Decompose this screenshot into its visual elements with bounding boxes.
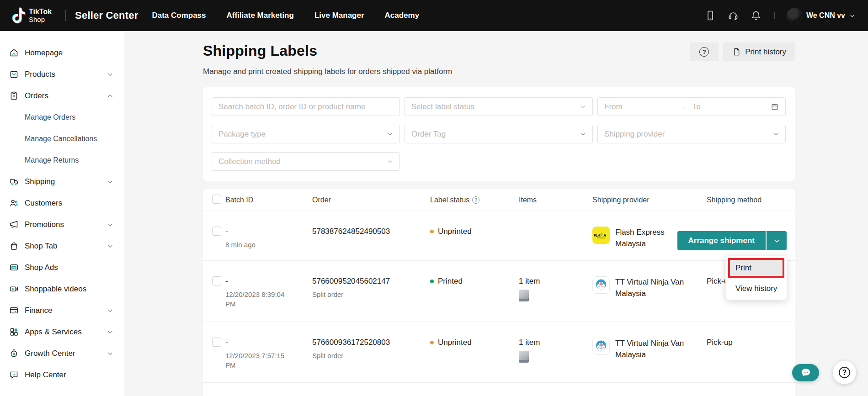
shipping-provider-select[interactable]: Shipping provider [597, 125, 786, 143]
label-status-select[interactable]: Select label status [405, 97, 593, 116]
sidebar-item-manage-cancellations[interactable]: Manage Cancellations [0, 128, 124, 149]
calendar-icon [771, 103, 779, 111]
batch-time: 12/20/2023 8:39:04 PM [225, 290, 289, 309]
chevron-down-icon [773, 238, 780, 244]
order-id: 576600952045602147 [312, 276, 430, 286]
row-checkbox[interactable] [212, 227, 221, 236]
orders-icon [9, 91, 19, 100]
question-circle-icon: ? [839, 367, 850, 378]
topbar: TikTok Shop Seller Center Data Compass A… [0, 0, 868, 31]
svg-text:H: H [603, 233, 606, 238]
chevron-down-icon [107, 71, 113, 78]
chevron-down-icon [107, 350, 113, 357]
page-title: Shipping Labels [203, 42, 317, 59]
arrange-shipment-caret-button[interactable] [766, 231, 787, 250]
header-batch-id: Batch ID [225, 196, 312, 204]
select-all-checkbox[interactable] [212, 195, 221, 204]
promotions-icon [9, 220, 19, 229]
ninja-van-logo [592, 276, 610, 294]
sidebar-item-shop-ads[interactable]: AD Shop Ads [0, 257, 124, 278]
products-icon [9, 69, 19, 79]
shoppable-videos-icon [9, 284, 19, 294]
sidebar-item-manage-orders[interactable]: Manage Orders [0, 106, 124, 128]
status-dot [430, 341, 434, 344]
svg-text:?: ? [13, 373, 15, 377]
topbar-nav: Data Compass Affiliate Marketing Live Ma… [152, 11, 419, 20]
chevron-down-icon [580, 131, 586, 137]
bell-icon[interactable] [751, 10, 761, 21]
status-text: Unprinted [438, 227, 472, 236]
sidebar-label: Finance [25, 306, 52, 315]
finance-icon [9, 306, 19, 315]
status-dot [430, 230, 434, 233]
sidebar-item-promotions[interactable]: Promotions [0, 214, 124, 235]
sidebar-item-shipping[interactable]: Shipping [0, 171, 124, 192]
print-history-button[interactable]: Print history [723, 42, 795, 61]
sidebar-item-shoppable-videos[interactable]: Shoppable videos [0, 278, 124, 300]
table-row: - 12/20/2023 7:57:15 PM 5766009361725208… [203, 322, 795, 383]
shipping-provider: TT Virtual Ninja Van Malaysia [592, 276, 707, 299]
main-content: Shipping Labels ? Print history Manage a… [124, 31, 868, 396]
search-input[interactable] [218, 102, 393, 111]
label-status-help-icon[interactable]: ? [472, 196, 479, 204]
tiktok-shop-logo[interactable]: TikTok Shop [11, 7, 52, 24]
sidebar-label: Apps & Services [25, 327, 82, 337]
date-range-picker[interactable]: From - To [597, 97, 786, 116]
help-center-icon: ? [9, 370, 19, 380]
sidebar-item-orders[interactable]: Orders [0, 85, 124, 106]
header-label-status: Label status [430, 196, 469, 204]
sidebar-item-shop-tab[interactable]: Shop Tab [0, 235, 124, 257]
arrange-shipment-button[interactable]: Arrange shipment [677, 231, 766, 250]
page-help-button[interactable]: ? [690, 42, 719, 61]
sidebar-item-homepage[interactable]: Homepage [0, 42, 124, 63]
flash-express-logo: FLA H [592, 227, 610, 244]
sidebar-item-apps-services[interactable]: Apps & Services [0, 321, 124, 343]
topbar-right: We CNN vv [705, 8, 855, 23]
header-shipping-provider: Shipping provider [592, 196, 707, 204]
batch-id: - [225, 227, 312, 236]
nav-affiliate-marketing[interactable]: Affiliate Marketing [227, 11, 294, 20]
order-tag-select[interactable]: Order Tag [405, 125, 593, 143]
shipping-provider: TT Virtual Ninja Van Malaysia [592, 338, 707, 360]
batch-time: 12/20/2023 7:57:15 PM [225, 351, 289, 370]
headset-icon[interactable] [728, 10, 739, 21]
chevron-down-icon [849, 13, 855, 19]
menu-item-view-history[interactable]: View history [726, 282, 787, 296]
nav-academy[interactable]: Academy [385, 11, 420, 20]
chevron-down-icon [107, 329, 113, 335]
print-history-label: Print history [745, 48, 786, 57]
shipping-method: Pick-up [707, 338, 795, 347]
package-type-select[interactable]: Package type [212, 125, 400, 143]
row-checkbox[interactable] [212, 338, 221, 347]
menu-item-print[interactable]: Print [730, 260, 783, 276]
customers-icon [9, 198, 19, 208]
chevron-down-icon [107, 243, 113, 249]
status-text: Unprinted [438, 338, 472, 347]
mobile-icon[interactable] [705, 10, 716, 21]
sidebar-item-help-center[interactable]: ? Help Center [0, 364, 124, 385]
growth-center-icon [9, 348, 19, 358]
collection-method-select[interactable]: Collection method [212, 152, 400, 171]
chevron-down-icon [773, 131, 779, 137]
chevron-down-icon [107, 307, 113, 314]
shop-tab-icon [9, 241, 19, 251]
sidebar-item-growth-center[interactable]: Growth Center [0, 343, 124, 364]
account-divider [774, 12, 775, 19]
row-checkbox[interactable] [212, 276, 221, 285]
sidebar-label: Customers [25, 199, 62, 208]
sidebar-item-customers[interactable]: Customers [0, 192, 124, 214]
help-floating-button[interactable]: ? [833, 361, 856, 384]
sidebar-item-products[interactable]: Products [0, 63, 124, 85]
account-menu[interactable]: We CNN vv [787, 8, 855, 23]
chat-support-button[interactable] [792, 364, 819, 381]
nav-data-compass[interactable]: Data Compass [152, 11, 206, 20]
svg-text:AD: AD [12, 266, 16, 269]
sidebar-label: Orders [25, 91, 48, 100]
table-row: - 8 min ago 578387624852490503 Unprinted [203, 211, 795, 261]
sidebar-item-manage-returns[interactable]: Manage Returns [0, 149, 124, 171]
sidebar-item-finance[interactable]: Finance [0, 300, 124, 321]
seller-center-title[interactable]: Seller Center [75, 10, 138, 21]
nav-live-manager[interactable]: Live Manager [314, 11, 364, 20]
shipping-icon [9, 177, 19, 186]
page-subtitle: Manage and print created shipping labels… [203, 67, 795, 76]
